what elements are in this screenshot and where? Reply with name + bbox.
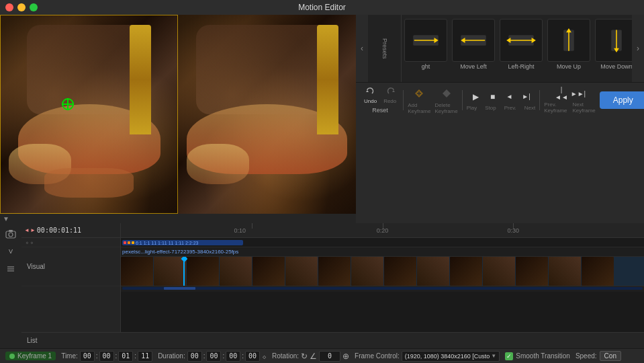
redo-button[interactable]: Redo [381, 86, 399, 106]
keyframe-header-row: ⬦ ⬦ [21, 238, 120, 247]
title-bar: Motion Editor [0, 0, 644, 15]
preview-border [0, 15, 178, 214]
track-rows: ⬦ ⬦ Visual [21, 238, 644, 332]
presets-nav-left[interactable]: ‹ [356, 15, 368, 82]
keyframe-indicator-strip [121, 286, 644, 292]
presets-container: ght Move Left [402, 15, 632, 82]
left-video-preview [0, 15, 178, 214]
duration-stepper[interactable]: ⬦ [262, 352, 267, 361]
rotation-input[interactable] [319, 351, 340, 362]
keyframe-badge-label: Keyframe 1 [17, 352, 52, 360]
preset-label-move-right: ght [404, 63, 447, 70]
frame-control-label: Frame Control: [355, 352, 400, 360]
prev-label: Prev. [504, 105, 516, 111]
presets-scroll: ‹ Presets gh [356, 15, 644, 82]
timecode: 00:00:01:11 [37, 227, 81, 234]
close-dot[interactable] [5, 3, 13, 11]
timeline-ruler: 0:10 0:20 0:30 [121, 223, 644, 237]
tl-arrow-right[interactable]: ► [30, 227, 36, 233]
frame-control-select[interactable]: (1920, 1080) 3840x2160 [Custo ▼ [402, 351, 500, 362]
camera-icon[interactable] [3, 226, 19, 242]
smooth-transition-field: ✓ Smooth Transition [505, 352, 570, 360]
video-collapse-arrow[interactable]: ▼ [3, 215, 9, 223]
presets-nav-right[interactable]: › [632, 15, 644, 82]
next-keyframe-button[interactable]: ►►| [571, 86, 586, 101]
keyframe-track: 6:1 1:1 11 1:11 11 1:11 2:2:23 [121, 238, 644, 247]
video-clip-row [121, 257, 644, 286]
duration-input-m[interactable] [206, 351, 221, 362]
status-bar: Keyframe 1 Time: : : : Duration: : : [0, 348, 644, 363]
keyframe-badge: Keyframe 1 [5, 352, 56, 360]
status-time-field: Time: : : : [61, 351, 152, 362]
list-label: List [27, 337, 38, 344]
preset-item-move-right[interactable]: ght [403, 17, 449, 79]
speed-button[interactable]: Con [600, 351, 621, 361]
smooth-transition-label: Smooth Transition [516, 352, 570, 360]
prev-button[interactable]: ◄ [502, 89, 517, 104]
undo-button[interactable]: Undo [361, 86, 379, 106]
status-speed-field: Speed: Con [576, 351, 621, 361]
prev-keyframe-label: Prev. Keyframe [544, 102, 567, 114]
keyframe-dot [9, 354, 15, 359]
rotation-icon: ↻ [301, 352, 308, 361]
next-button[interactable]: ►| [519, 89, 534, 104]
playhead [183, 257, 185, 286]
duration-input-s[interactable] [226, 351, 240, 362]
track-headers: ⬦ ⬦ Visual [21, 238, 121, 332]
visual-track-icon[interactable]: V [3, 243, 19, 259]
reset-label: Reset [372, 107, 388, 114]
rotation-label: Rotation: [272, 352, 299, 360]
right-video-preview [178, 15, 356, 214]
add-keyframe-button[interactable] [410, 85, 428, 102]
undo-label: Undo [364, 98, 377, 104]
status-duration-field: Duration: : : : ⬦ [158, 351, 267, 362]
effects-panel: ‹ Presets gh [356, 15, 644, 223]
presets-label: Presets [381, 38, 388, 59]
time-input-h[interactable] [80, 351, 95, 362]
prev-keyframe-button[interactable]: |◄◄ [554, 86, 569, 101]
preset-item-move-down[interactable]: Move Down [594, 17, 632, 79]
track-body: 6:1 1:1 11 1:11 11 1:11 2:2:23 pexelsc..… [121, 238, 644, 332]
list-track-icon[interactable] [3, 261, 19, 277]
status-frame-control-field: Frame Control: (1920, 1080) 3840x2160 [C… [355, 351, 500, 362]
frame-control-chevron: ▼ [491, 353, 496, 359]
preset-item-move-up[interactable]: Move Up [546, 17, 592, 79]
delete-keyframe-button[interactable] [437, 85, 456, 102]
duration-input-h[interactable] [187, 351, 202, 362]
reset-button[interactable]: Reset [368, 106, 392, 114]
delete-keyframe-label: Delete Keyframe [434, 102, 457, 114]
redo-label: Redo [383, 98, 396, 104]
tl-arrow-left[interactable]: ◄ [24, 227, 30, 233]
svg-marker-61 [392, 90, 395, 92]
list-section: List [21, 332, 644, 348]
preset-label-move-left: Move Left [452, 63, 495, 70]
left-strip: V [0, 223, 21, 348]
frame-control-value: (1920, 1080) 3840x2160 [Custo [405, 353, 490, 360]
time-input-s[interactable] [118, 351, 133, 362]
smooth-transition-checkbox[interactable]: ✓ [505, 352, 513, 360]
duration-label: Duration: [158, 352, 185, 360]
preset-label-move-down: Move Down [595, 63, 632, 70]
window-title: Motion Editor [298, 3, 346, 12]
preset-item-move-left[interactable]: Move Left [451, 17, 496, 79]
svg-marker-60 [366, 90, 369, 92]
time-input-m[interactable] [99, 351, 114, 362]
time-input-f[interactable] [138, 351, 152, 362]
preset-label-move-up: Move Up [547, 63, 590, 70]
preset-item-left-right[interactable]: Left-Right [498, 17, 544, 79]
apply-button[interactable]: Apply [600, 91, 644, 109]
minimize-dot[interactable] [17, 3, 26, 11]
play-button[interactable]: ▶ [469, 89, 484, 104]
preset-label-left-right: Left-Right [500, 63, 543, 70]
next-keyframe-label: Next Keyframe [573, 102, 596, 114]
clip-label: pexelsc...light-effect-71722395-3840x216… [122, 249, 238, 255]
play-label: Play [467, 105, 477, 111]
visual-track-header: Visual [21, 247, 120, 286]
time-label: Time: [61, 352, 78, 360]
add-keyframe-label: Add Keyframe [408, 102, 430, 114]
duration-input-f[interactable] [245, 351, 260, 362]
stop-button[interactable]: ■ [486, 89, 500, 104]
rotation-add-icon[interactable]: ⊕ [342, 352, 349, 361]
clip-label-row: pexelsc...light-effect-71722395-3840x216… [121, 247, 644, 257]
maximize-dot[interactable] [30, 3, 38, 11]
